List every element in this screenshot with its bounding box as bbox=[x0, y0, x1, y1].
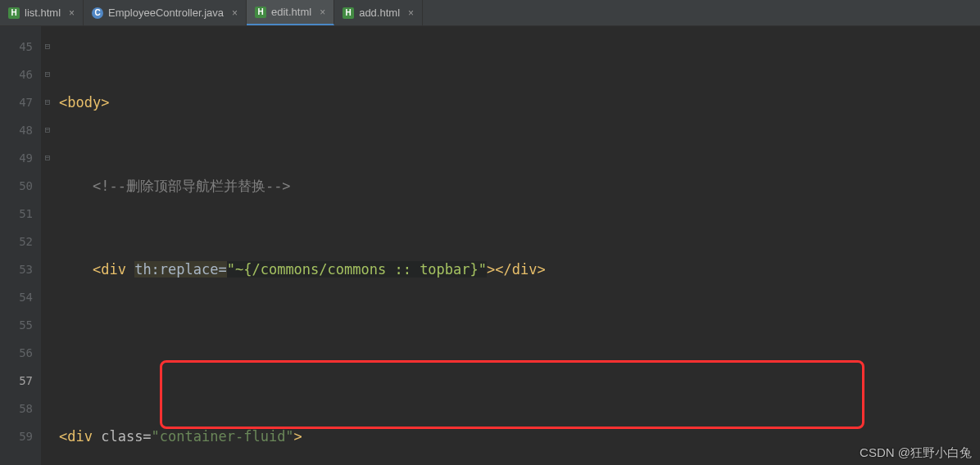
tab-add-html[interactable]: H add.html × bbox=[334, 0, 423, 25]
fold-icon: ⊟ bbox=[45, 41, 51, 52]
editor-tabs: H list.html × C EmployeeController.java … bbox=[0, 0, 980, 26]
tab-edit-html[interactable]: H edit.html × bbox=[247, 0, 334, 25]
java-icon: C bbox=[92, 7, 103, 19]
code-line: <div th:replace="~{/commons/commons :: t… bbox=[54, 255, 980, 283]
html-icon: H bbox=[8, 7, 20, 19]
close-icon[interactable]: × bbox=[408, 7, 414, 19]
close-icon[interactable]: × bbox=[232, 7, 238, 19]
fold-icon: ⊟ bbox=[45, 69, 51, 79]
code-line: <!--删除顶部导航栏并替换--> bbox=[54, 172, 980, 200]
code-editor[interactable]: 45 46 47 48 49 50 51 52 53 54 55 56 57 5… bbox=[0, 26, 980, 465]
code-line: <body> bbox=[54, 88, 980, 116]
watermark: CSDN @狂野小白兔 bbox=[860, 445, 972, 461]
html-icon: H bbox=[255, 7, 266, 18]
close-icon[interactable]: × bbox=[69, 7, 75, 19]
tab-list-html[interactable]: H list.html × bbox=[0, 0, 84, 25]
fold-icon: ⊟ bbox=[45, 152, 51, 163]
code-content[interactable]: <body> <!--删除顶部导航栏并替换--> <div th:replace… bbox=[54, 26, 980, 465]
close-icon[interactable]: × bbox=[320, 7, 325, 18]
fold-column[interactable]: ⊟ ⊟ ⊟ ⊟ ⊟ bbox=[41, 26, 54, 465]
tab-label: EmployeeController.java bbox=[108, 7, 224, 19]
tab-label: edit.html bbox=[271, 6, 311, 18]
html-icon: H bbox=[343, 7, 354, 19]
line-gutter: 45 46 47 48 49 50 51 52 53 54 55 56 57 5… bbox=[0, 26, 41, 465]
tab-label: add.html bbox=[359, 7, 400, 19]
fold-icon: ⊟ bbox=[45, 124, 51, 135]
fold-icon: ⊟ bbox=[45, 97, 51, 107]
code-line: <div class="container-fluid"> bbox=[54, 422, 980, 450]
code-line bbox=[54, 339, 980, 367]
tab-employee-controller[interactable]: C EmployeeController.java × bbox=[84, 0, 247, 25]
tab-label: list.html bbox=[25, 7, 61, 19]
